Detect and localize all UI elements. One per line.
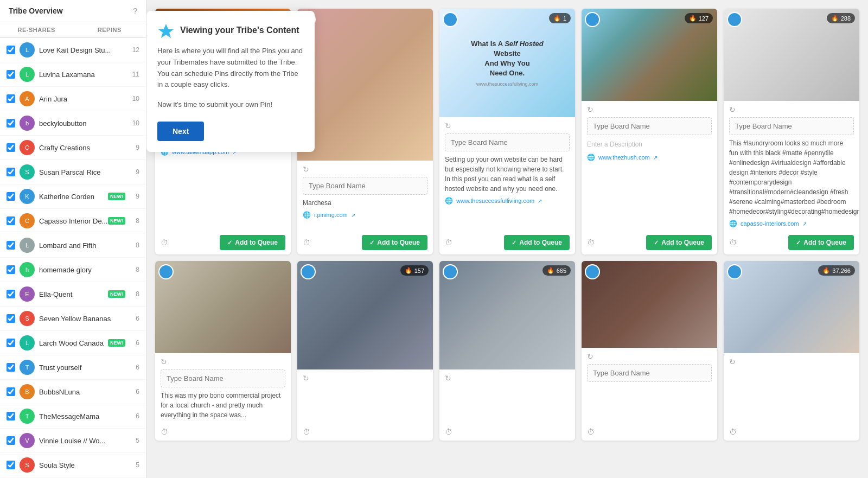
sidebar-item[interactable]: C Capasso Interior De... NEW! 8 — [0, 209, 146, 233]
refresh-icon[interactable]: ↻ — [445, 374, 451, 383]
add-to-queue-button[interactable]: ✓ Add to Queue — [362, 235, 427, 250]
refresh-icon[interactable]: ↻ — [587, 105, 593, 114]
sidebar-item[interactable]: B BubbsNLuna 6 — [0, 380, 146, 404]
sidebar-name: Larch Wood Canada — [39, 339, 108, 347]
sidebar-item[interactable]: L Lombard and Fifth 8 — [0, 233, 146, 258]
sidebar-checkbox-17[interactable] — [7, 461, 15, 469]
sidebar-checkbox-9[interactable] — [7, 265, 15, 274]
sidebar-checkbox-11[interactable] — [7, 314, 15, 323]
pin-body: ↻ — [582, 348, 717, 424]
sidebar-checkbox-15[interactable] — [7, 412, 15, 420]
refresh-icon[interactable]: ↻ — [587, 352, 593, 361]
board-name-input[interactable] — [161, 369, 285, 387]
pin-link[interactable]: www.thesuccessfulliviing.com — [456, 197, 534, 204]
tribe-icon — [157, 22, 175, 39]
sidebar-item[interactable]: L Luvina Laxamana 11 — [0, 62, 146, 87]
refresh-icon[interactable]: ↻ — [303, 165, 309, 174]
pin-card-5: ↻This was my pro bono commercial project… — [155, 261, 291, 441]
schedule-icon[interactable]: ⏱ — [445, 428, 452, 436]
board-name-input[interactable] — [729, 117, 854, 135]
sidebar-checkbox-0[interactable] — [7, 46, 15, 54]
sidebar-item[interactable]: T Trust yourself 6 — [0, 355, 146, 380]
sidebar-checkbox-13[interactable] — [7, 363, 15, 372]
sidebar-name: Luvina Laxamana — [39, 71, 129, 79]
sidebar-checkbox-4[interactable] — [7, 143, 15, 152]
sidebar-item[interactable]: S Susan Parscal Rice 9 — [0, 160, 146, 184]
refresh-icon[interactable]: ↻ — [729, 105, 736, 114]
sidebar-checkbox-16[interactable] — [7, 436, 15, 445]
board-name-input[interactable] — [445, 133, 570, 151]
add-to-queue-button[interactable]: ✓ Add to Queue — [788, 235, 854, 250]
sidebar-item[interactable]: C Crafty Creations 9 — [0, 136, 146, 160]
pin-link[interactable]: capasso-interiors.com — [741, 220, 799, 227]
schedule-icon[interactable]: ⏱ — [303, 428, 310, 436]
tab-repins[interactable]: REPINS — [73, 22, 146, 37]
sidebar-checkbox-3[interactable] — [7, 119, 15, 128]
pin-image: What Is A Self HostedWebsiteAnd Why YouN… — [439, 9, 575, 117]
sidebar-checkbox-6[interactable] — [7, 192, 15, 201]
badge-count: 1 — [563, 15, 566, 22]
app-container: Tribe Overview ? RE-SHARES REPINS L Love… — [0, 0, 868, 478]
flame-icon: 🔥 — [547, 267, 554, 274]
sidebar-avatar: C — [20, 140, 35, 155]
board-name-input[interactable] — [303, 177, 427, 195]
sidebar-avatar: C — [20, 213, 35, 228]
board-name-input[interactable] — [587, 117, 712, 135]
new-badge: NEW! — [108, 339, 125, 347]
pin-link[interactable]: i.pinimg.com — [314, 212, 348, 218]
tooltip-body: Here is where you will find all the Pins… — [157, 46, 304, 91]
badge-count: 288 — [841, 15, 851, 22]
sidebar-avatar: L — [20, 335, 35, 350]
add-to-queue-button[interactable]: ✓ Add to Queue — [220, 235, 285, 250]
sidebar-item[interactable]: h homemade glory 8 — [0, 258, 146, 282]
next-button[interactable]: Next — [157, 122, 204, 141]
schedule-icon[interactable]: ⏱ — [587, 428, 595, 436]
board-name-input[interactable] — [587, 364, 712, 382]
schedule-icon[interactable]: ⏱ — [303, 238, 310, 247]
schedule-icon[interactable]: ⏱ — [161, 238, 168, 247]
refresh-icon[interactable]: ↻ — [161, 358, 167, 366]
sidebar-checkbox-14[interactable] — [7, 387, 15, 396]
pin-link[interactable]: www.thezhush.com — [598, 154, 650, 161]
sidebar-item[interactable]: L Larch Wood Canada NEW! 6 — [0, 331, 146, 355]
pin-image-container: 🔥 37,266 — [724, 261, 859, 353]
schedule-icon[interactable]: ⏱ — [729, 428, 737, 436]
sidebar-avatar: T — [20, 409, 35, 424]
sidebar-checkbox-10[interactable] — [7, 290, 15, 298]
sidebar-checkbox-2[interactable] — [7, 94, 15, 103]
pin-badge: 🔥 37,266 — [818, 265, 855, 276]
check-icon: ✓ — [227, 239, 232, 246]
schedule-icon[interactable]: ⏱ — [587, 238, 595, 247]
add-to-queue-button[interactable]: ✓ Add to Queue — [504, 235, 570, 250]
sidebar-item[interactable]: S Seven Yellow Bananas 6 — [0, 307, 146, 331]
sidebar-item[interactable]: T TheMessageMama 6 — [0, 404, 146, 429]
pin-footer: ⏱ — [582, 424, 717, 441]
sidebar-item[interactable]: V Vinnie Louise // Wo... 5 — [0, 429, 146, 453]
schedule-icon[interactable]: ⏱ — [445, 238, 452, 247]
sidebar-item[interactable]: b beckyloubutton 10 — [0, 111, 146, 136]
sidebar-help-icon[interactable]: ? — [133, 7, 137, 15]
sidebar-item[interactable]: K Katherine Corden NEW! 9 — [0, 184, 146, 209]
sidebar-count: 8 — [129, 266, 139, 273]
refresh-icon[interactable]: ↻ — [303, 374, 309, 383]
refresh-icon[interactable]: ↻ — [729, 358, 736, 366]
add-to-queue-button[interactable]: ✓ Add to Queue — [646, 235, 712, 250]
pin-footer: ⏱ ✓ Add to Queue — [439, 232, 575, 254]
schedule-icon[interactable]: ⏱ — [729, 238, 737, 247]
sidebar-checkbox-8[interactable] — [7, 241, 15, 250]
sidebar-name: Trust yourself — [39, 364, 129, 372]
sidebar-item[interactable]: L Love Kait Design Stu... 12 — [0, 38, 146, 62]
refresh-icon[interactable]: ↻ — [445, 122, 451, 130]
sidebar-item[interactable]: S Soula Style 5 — [0, 453, 146, 477]
schedule-icon[interactable]: ⏱ — [161, 428, 168, 436]
sidebar-checkbox-7[interactable] — [7, 216, 15, 225]
sidebar-count: 12 — [129, 46, 139, 54]
sidebar-avatar: S — [20, 311, 35, 326]
sidebar-item[interactable]: A Arin Jura 10 — [0, 87, 146, 111]
sidebar-checkbox-1[interactable] — [7, 70, 15, 79]
sidebar-item[interactable]: E Ella-Quent NEW! 8 — [0, 282, 146, 307]
badge-count: 127 — [699, 15, 709, 22]
tab-reshares[interactable]: RE-SHARES — [0, 22, 73, 37]
sidebar-checkbox-12[interactable] — [7, 339, 15, 347]
sidebar-checkbox-5[interactable] — [7, 168, 15, 176]
